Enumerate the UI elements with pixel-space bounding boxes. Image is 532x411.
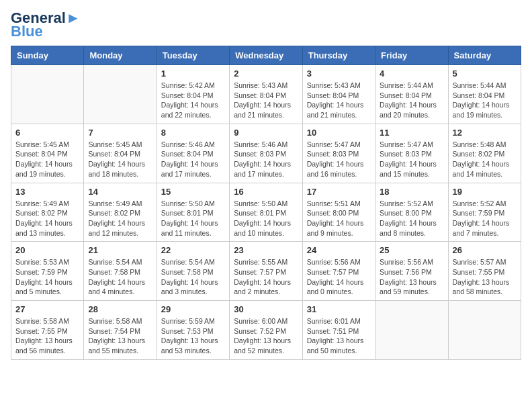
calendar-day-cell: 25Sunrise: 5:56 AM Sunset: 7:56 PM Dayli…	[375, 242, 448, 301]
calendar-header-row: SundayMondayTuesdayWednesdayThursdayFrid…	[11, 46, 521, 65]
calendar-day-cell	[84, 65, 157, 124]
weekday-header: Sunday	[11, 46, 84, 65]
day-info: Sunrise: 5:44 AM Sunset: 8:04 PM Dayligh…	[453, 81, 517, 120]
day-number: 31	[307, 304, 371, 314]
day-number: 18	[380, 187, 443, 197]
day-number: 16	[234, 187, 298, 197]
day-info: Sunrise: 5:45 AM Sunset: 8:04 PM Dayligh…	[88, 140, 152, 179]
day-info: Sunrise: 5:42 AM Sunset: 8:04 PM Dayligh…	[161, 81, 225, 120]
day-number: 20	[15, 245, 79, 255]
day-number: 12	[453, 128, 517, 138]
day-info: Sunrise: 5:43 AM Sunset: 8:04 PM Dayligh…	[307, 81, 371, 120]
calendar-day-cell: 10Sunrise: 5:47 AM Sunset: 8:03 PM Dayli…	[302, 124, 375, 183]
calendar-day-cell	[375, 301, 448, 360]
day-info: Sunrise: 5:43 AM Sunset: 8:04 PM Dayligh…	[234, 81, 298, 120]
day-number: 5	[453, 68, 517, 79]
day-number: 15	[161, 187, 225, 197]
day-info: Sunrise: 5:46 AM Sunset: 8:03 PM Dayligh…	[234, 140, 298, 179]
weekday-header: Saturday	[448, 46, 521, 65]
calendar-day-cell	[448, 301, 521, 360]
calendar-day-cell: 16Sunrise: 5:50 AM Sunset: 8:01 PM Dayli…	[230, 183, 302, 242]
day-info: Sunrise: 5:58 AM Sunset: 7:55 PM Dayligh…	[15, 316, 79, 356]
day-info: Sunrise: 5:47 AM Sunset: 8:03 PM Dayligh…	[307, 140, 371, 179]
day-number: 8	[161, 128, 225, 138]
calendar-day-cell: 3Sunrise: 5:43 AM Sunset: 8:04 PM Daylig…	[302, 65, 375, 124]
day-info: Sunrise: 5:54 AM Sunset: 7:58 PM Dayligh…	[88, 257, 152, 297]
day-number: 1	[161, 68, 225, 79]
day-number: 6	[15, 128, 79, 138]
day-info: Sunrise: 6:01 AM Sunset: 7:51 PM Dayligh…	[307, 316, 371, 356]
day-info: Sunrise: 5:44 AM Sunset: 8:04 PM Dayligh…	[380, 81, 443, 120]
calendar-day-cell: 2Sunrise: 5:43 AM Sunset: 8:04 PM Daylig…	[230, 65, 302, 124]
day-number: 19	[453, 187, 517, 197]
calendar-day-cell: 8Sunrise: 5:46 AM Sunset: 8:04 PM Daylig…	[157, 124, 229, 183]
day-number: 29	[161, 304, 225, 314]
day-info: Sunrise: 5:49 AM Sunset: 8:02 PM Dayligh…	[88, 199, 152, 238]
day-info: Sunrise: 6:00 AM Sunset: 7:52 PM Dayligh…	[234, 316, 298, 356]
day-info: Sunrise: 5:52 AM Sunset: 7:59 PM Dayligh…	[453, 199, 517, 238]
day-info: Sunrise: 5:55 AM Sunset: 7:57 PM Dayligh…	[234, 257, 298, 297]
day-number: 27	[15, 304, 79, 314]
day-number: 24	[307, 245, 371, 255]
calendar-day-cell	[11, 65, 84, 124]
calendar-day-cell: 22Sunrise: 5:54 AM Sunset: 7:58 PM Dayli…	[157, 242, 229, 301]
day-info: Sunrise: 5:58 AM Sunset: 7:54 PM Dayligh…	[88, 316, 152, 356]
weekday-header: Tuesday	[157, 46, 229, 65]
calendar-day-cell: 4Sunrise: 5:44 AM Sunset: 8:04 PM Daylig…	[375, 65, 448, 124]
calendar-day-cell: 20Sunrise: 5:53 AM Sunset: 7:59 PM Dayli…	[11, 242, 84, 301]
weekday-header: Monday	[84, 46, 157, 65]
weekday-header: Wednesday	[230, 46, 302, 65]
logo-blue: Blue	[11, 24, 43, 39]
calendar-week-row: 6Sunrise: 5:45 AM Sunset: 8:04 PM Daylig…	[11, 124, 521, 183]
day-number: 10	[307, 128, 371, 138]
calendar-table: SundayMondayTuesdayWednesdayThursdayFrid…	[11, 46, 521, 360]
day-number: 21	[88, 245, 152, 255]
calendar-day-cell: 13Sunrise: 5:49 AM Sunset: 8:02 PM Dayli…	[11, 183, 84, 242]
day-number: 23	[234, 245, 298, 255]
day-number: 11	[380, 128, 443, 138]
weekday-header: Thursday	[302, 46, 375, 65]
day-number: 9	[234, 128, 298, 138]
day-number: 14	[88, 187, 152, 197]
day-info: Sunrise: 5:46 AM Sunset: 8:04 PM Dayligh…	[161, 140, 225, 179]
day-number: 3	[307, 68, 371, 79]
day-number: 13	[15, 187, 79, 197]
calendar-day-cell: 18Sunrise: 5:52 AM Sunset: 8:00 PM Dayli…	[375, 183, 448, 242]
calendar-day-cell: 24Sunrise: 5:56 AM Sunset: 7:57 PM Dayli…	[302, 242, 375, 301]
calendar-week-row: 1Sunrise: 5:42 AM Sunset: 8:04 PM Daylig…	[11, 65, 521, 124]
day-number: 4	[380, 68, 443, 79]
calendar-day-cell: 9Sunrise: 5:46 AM Sunset: 8:03 PM Daylig…	[230, 124, 302, 183]
calendar-day-cell: 1Sunrise: 5:42 AM Sunset: 8:04 PM Daylig…	[157, 65, 229, 124]
day-number: 28	[88, 304, 152, 314]
day-number: 26	[453, 245, 517, 255]
day-info: Sunrise: 5:50 AM Sunset: 8:01 PM Dayligh…	[234, 199, 298, 238]
day-info: Sunrise: 5:50 AM Sunset: 8:01 PM Dayligh…	[161, 199, 225, 238]
day-number: 22	[161, 245, 225, 255]
calendar-day-cell: 6Sunrise: 5:45 AM Sunset: 8:04 PM Daylig…	[11, 124, 84, 183]
calendar-day-cell: 19Sunrise: 5:52 AM Sunset: 7:59 PM Dayli…	[448, 183, 521, 242]
calendar-day-cell: 27Sunrise: 5:58 AM Sunset: 7:55 PM Dayli…	[11, 301, 84, 360]
day-number: 25	[380, 245, 443, 255]
day-number: 17	[307, 187, 371, 197]
day-info: Sunrise: 5:57 AM Sunset: 7:55 PM Dayligh…	[453, 257, 517, 297]
calendar-day-cell: 14Sunrise: 5:49 AM Sunset: 8:02 PM Dayli…	[84, 183, 157, 242]
day-info: Sunrise: 5:54 AM Sunset: 7:58 PM Dayligh…	[161, 257, 225, 297]
day-info: Sunrise: 5:51 AM Sunset: 8:00 PM Dayligh…	[307, 199, 371, 238]
day-info: Sunrise: 5:59 AM Sunset: 7:53 PM Dayligh…	[161, 316, 225, 356]
day-number: 7	[88, 128, 152, 138]
day-info: Sunrise: 5:49 AM Sunset: 8:02 PM Dayligh…	[15, 199, 79, 238]
logo: General► Blue	[11, 11, 81, 39]
calendar-day-cell: 28Sunrise: 5:58 AM Sunset: 7:54 PM Dayli…	[84, 301, 157, 360]
calendar-day-cell: 23Sunrise: 5:55 AM Sunset: 7:57 PM Dayli…	[230, 242, 302, 301]
calendar-week-row: 27Sunrise: 5:58 AM Sunset: 7:55 PM Dayli…	[11, 301, 521, 360]
calendar-week-row: 13Sunrise: 5:49 AM Sunset: 8:02 PM Dayli…	[11, 183, 521, 242]
day-info: Sunrise: 5:56 AM Sunset: 7:56 PM Dayligh…	[380, 257, 443, 297]
day-info: Sunrise: 5:48 AM Sunset: 8:02 PM Dayligh…	[453, 140, 517, 179]
calendar-day-cell: 31Sunrise: 6:01 AM Sunset: 7:51 PM Dayli…	[302, 301, 375, 360]
day-number: 30	[234, 304, 298, 314]
calendar-day-cell: 15Sunrise: 5:50 AM Sunset: 8:01 PM Dayli…	[157, 183, 229, 242]
calendar-day-cell: 26Sunrise: 5:57 AM Sunset: 7:55 PM Dayli…	[448, 242, 521, 301]
calendar-week-row: 20Sunrise: 5:53 AM Sunset: 7:59 PM Dayli…	[11, 242, 521, 301]
day-number: 2	[234, 68, 298, 79]
day-info: Sunrise: 5:45 AM Sunset: 8:04 PM Dayligh…	[15, 140, 79, 179]
